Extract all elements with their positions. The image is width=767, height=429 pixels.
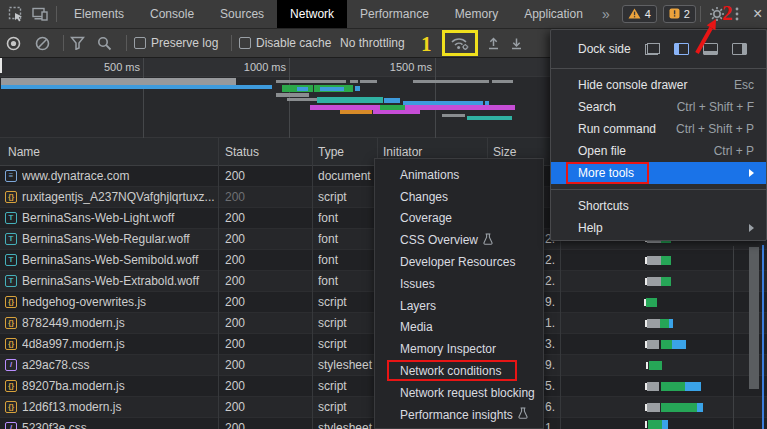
request-name: a29ac78.css — [22, 355, 214, 375]
stylesheet-file-icon: / — [5, 359, 17, 371]
warning-icon — [628, 8, 641, 21]
menu-item-help[interactable]: Help — [551, 217, 766, 239]
submenu-item-label: Issues — [400, 277, 435, 291]
menu-item-shortcuts[interactable]: Shortcuts — [551, 195, 766, 217]
request-name: BerninaSans-Web-Regular.woff — [22, 229, 214, 249]
request-name: 12d6f13.modern.js — [22, 397, 214, 417]
checkbox-icon — [239, 37, 251, 49]
dock-left-icon[interactable] — [674, 43, 689, 55]
menu-item-open-file[interactable]: Open fileCtrl + P — [551, 140, 766, 162]
submenu-item-layers[interactable]: Layers — [375, 295, 543, 317]
menu-item-shortcut: Ctrl + Shift + P — [676, 122, 754, 136]
script-file-icon: {} — [5, 296, 17, 308]
submenu-item-label: CSS Overview — [400, 233, 478, 247]
script-file-icon: {} — [5, 317, 17, 329]
request-type: script — [318, 397, 376, 417]
submenu-item-memory-inspector[interactable]: Memory Inspector — [375, 338, 543, 360]
clear-icon[interactable] — [35, 29, 50, 57]
menu-item-label: Shortcuts — [578, 199, 629, 213]
request-size: 5. — [545, 376, 555, 396]
issues-count: 2 — [684, 8, 690, 20]
customize-menu: Dock side Hide console drawerEscSearchCt… — [550, 29, 767, 241]
dock-right-icon[interactable] — [732, 43, 747, 55]
tab-application[interactable]: Application — [511, 0, 596, 28]
request-status: 200 — [225, 397, 245, 417]
submenu-item-label: Changes — [400, 190, 448, 204]
menu-item-label: Hide console drawer — [578, 78, 687, 92]
submenu-item-list: AnimationsChangesCoverageCSS OverviewDev… — [375, 164, 543, 426]
submenu-item-css-overview[interactable]: CSS Overview — [375, 229, 543, 251]
request-status: 200 — [225, 271, 245, 291]
submenu-item-network-conditions[interactable]: Network conditions — [375, 360, 543, 382]
settings-gear-icon[interactable] — [705, 2, 729, 26]
disable-cache-label: Disable cache — [256, 36, 331, 50]
menu-item-run-command[interactable]: Run commandCtrl + Shift + P — [551, 118, 766, 140]
warnings-badge[interactable]: 4 — [622, 5, 657, 23]
tab-network[interactable]: Network — [277, 0, 347, 28]
request-type: script — [318, 376, 376, 396]
tab-elements[interactable]: Elements — [61, 0, 137, 28]
preserve-log-checkbox[interactable]: Preserve log — [134, 29, 218, 57]
script-file-icon: {} — [5, 338, 17, 350]
devtools-tabbar: ElementsConsoleSourcesNetworkPerformance… — [0, 0, 767, 29]
filter-icon[interactable] — [70, 29, 85, 57]
submenu-item-performance-insights[interactable]: Performance insights — [375, 404, 543, 426]
submenu-item-label: Developer Resources — [400, 255, 515, 269]
script-file-icon: {} — [5, 401, 17, 413]
submenu-item-label: Animations — [400, 168, 459, 182]
column-header-type[interactable]: Type — [318, 138, 344, 166]
submenu-item-developer-resources[interactable]: Developer Resources — [375, 251, 543, 273]
submenu-item-changes[interactable]: Changes — [375, 186, 543, 208]
throttling-dropdown[interactable]: No throttling — [340, 29, 405, 57]
dock-bottom-icon[interactable] — [703, 43, 718, 55]
menu-item-hide-console-drawer[interactable]: Hide console drawerEsc — [551, 74, 766, 96]
submenu-item-media[interactable]: Media — [375, 317, 543, 339]
request-name: BerninaSans-Web-Light.woff — [22, 208, 214, 228]
issues-badge[interactable]: 2 — [663, 5, 696, 23]
disable-cache-checkbox[interactable]: Disable cache — [239, 29, 331, 57]
column-header-status[interactable]: Status — [225, 138, 259, 166]
request-status: 200 — [225, 187, 245, 207]
menu-item-label: Run command — [578, 122, 656, 136]
submenu-item-label: Network conditions — [400, 364, 501, 378]
search-icon[interactable] — [97, 29, 112, 57]
tab-console[interactable]: Console — [137, 0, 207, 28]
request-name: BerninaSans-Web-Extrabold.woff — [22, 271, 214, 291]
more-tabs-chevron[interactable]: » — [596, 6, 616, 22]
import-har-icon[interactable] — [509, 29, 524, 57]
submenu-arrow-icon — [749, 169, 754, 177]
request-name: 4d8a997.modern.js — [22, 334, 214, 354]
divider — [227, 29, 236, 57]
inspect-element-icon[interactable] — [4, 2, 28, 26]
font-file-icon: T — [5, 254, 17, 266]
font-file-icon: T — [5, 275, 17, 287]
network-conditions-icon[interactable] — [450, 29, 470, 57]
submenu-item-label: Layers — [400, 299, 436, 313]
menu-item-more-tools[interactable]: More tools — [551, 162, 766, 184]
request-type: font — [318, 229, 376, 249]
submenu-item-issues[interactable]: Issues — [375, 273, 543, 295]
request-name: www.dynatrace.com — [22, 166, 214, 186]
request-type: font — [318, 250, 376, 270]
menu-item-shortcut: Ctrl + P — [714, 144, 754, 158]
request-name: 89207ba.modern.js — [22, 376, 214, 396]
column-header-name[interactable]: Name — [8, 138, 40, 166]
submenu-item-animations[interactable]: Animations — [375, 164, 543, 186]
record-icon[interactable] — [6, 29, 21, 57]
undock-icon[interactable] — [645, 43, 660, 55]
submenu-item-network-request-blocking[interactable]: Network request blocking — [375, 382, 543, 404]
stylesheet-file-icon: / — [5, 422, 17, 429]
device-toolbar-icon[interactable] — [28, 2, 52, 26]
menu-item-search[interactable]: SearchCtrl + Shift + F — [551, 96, 766, 118]
tab-performance[interactable]: Performance — [347, 0, 442, 28]
dock-side-row: Dock side — [551, 35, 766, 63]
request-status: 200 — [225, 334, 245, 354]
tab-memory[interactable]: Memory — [442, 0, 511, 28]
submenu-item-coverage[interactable]: Coverage — [375, 208, 543, 230]
tab-sources[interactable]: Sources — [207, 0, 277, 28]
request-size: 1. — [545, 418, 555, 429]
devtools-window: ElementsConsoleSourcesNetworkPerformance… — [0, 0, 767, 429]
close-icon[interactable]: × — [753, 5, 762, 23]
export-har-icon[interactable] — [486, 29, 501, 57]
kebab-menu-icon[interactable] — [729, 2, 745, 26]
